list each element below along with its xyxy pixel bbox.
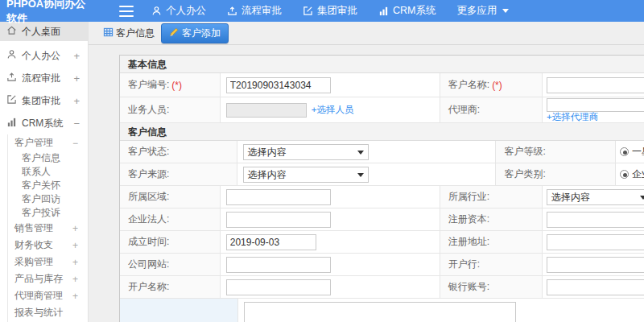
sidebar-item-agent-mgmt[interactable]: 代理商管理 +	[8, 287, 88, 304]
customer-category-label: 客户类别:	[496, 163, 616, 185]
sidebar-item-customer-visit[interactable]: 客户回访	[8, 192, 88, 206]
select-person-link[interactable]: +选择人员	[312, 104, 354, 116]
menu-toggle-icon[interactable]	[119, 6, 134, 17]
customer-status-label: 客户状态:	[120, 141, 237, 163]
remark-label	[120, 299, 238, 322]
grade-radio[interactable]	[620, 147, 629, 156]
bank-account-input[interactable]	[547, 279, 644, 295]
registered-capital-label: 注册资本:	[440, 208, 543, 230]
sidebar-item-customer-care[interactable]: 客户关怀	[8, 179, 88, 192]
collapse-icon[interactable]: −	[72, 138, 78, 149]
sidebar-item-reports[interactable]: 报表与统计	[8, 304, 88, 321]
account-name-label: 开户名称:	[120, 276, 221, 298]
main-content: 客户信息 客户添加 基本信息 客户编号:(*) 客户名称:(*) 业	[89, 22, 644, 322]
nav-personal-office[interactable]: 个人办公	[151, 4, 206, 18]
sidebar-item-customer-mgmt[interactable]: 客户管理 −	[8, 134, 88, 151]
founded-date-label: 成立时间:	[120, 231, 221, 253]
select-agent-link[interactable]: +选择代理商	[547, 112, 644, 122]
top-bar: PHPOA协同办公软件 个人办公 流程审批 集团审批 CRM系统 更多应用	[0, 0, 644, 22]
required-mark: (*)	[171, 80, 182, 91]
sidebar-item-group-approval[interactable]: 集团审批 +	[0, 89, 88, 112]
customer-add-form: 基本信息 客户编号:(*) 客户名称:(*) 业务人员: +选择人员	[119, 55, 644, 322]
form-row: 公司网站: 开户行:	[120, 254, 644, 276]
customer-no-input[interactable]	[226, 77, 331, 93]
region-input[interactable]	[226, 189, 331, 205]
customer-grade-label: 客户等级:	[496, 141, 616, 163]
tab-customer-info[interactable]: 客户信息	[103, 27, 155, 40]
expand-icon[interactable]: +	[73, 50, 80, 62]
registered-address-input[interactable]	[547, 234, 644, 250]
category-radio-label: 企业	[632, 167, 644, 181]
bank-account-label: 银行账号:	[440, 276, 543, 298]
expand-icon[interactable]: +	[72, 274, 78, 285]
nav-process-approval[interactable]: 流程审批	[227, 4, 282, 18]
tab-bar: 客户信息 客户添加	[89, 22, 644, 45]
sidebar-item-contacts[interactable]: 联系人	[8, 165, 88, 179]
registered-address-label: 注册地址:	[440, 231, 543, 253]
section-title-basic: 基本信息	[120, 56, 644, 73]
form-row: 客户编号:(*) 客户名称:(*)	[120, 73, 644, 97]
bank-branch-input[interactable]	[547, 257, 644, 273]
section-title-customer: 客户信息	[120, 123, 644, 141]
home-icon	[6, 25, 17, 38]
edit-icon	[6, 94, 17, 107]
crm-submenu: 客户管理 − 客户信息 联系人 客户关怀 客户回访 客户投诉 销售管理 + 财务…	[7, 134, 88, 322]
process-icon	[6, 72, 17, 85]
nav-more-apps[interactable]: 更多应用	[456, 4, 509, 18]
chevron-down-icon	[502, 9, 509, 13]
user-icon	[151, 6, 162, 16]
sidebar-item-products-stock[interactable]: 产品与库存 +	[8, 270, 88, 287]
expand-icon[interactable]: +	[72, 223, 78, 234]
founded-date-input[interactable]	[226, 234, 316, 250]
expand-icon[interactable]: +	[72, 291, 78, 302]
top-nav: 个人办公 流程审批 集团审批 CRM系统 更多应用	[151, 4, 509, 18]
sidebar-item-finance[interactable]: 财务收支 +	[8, 237, 88, 254]
region-label: 所属区域:	[120, 186, 221, 208]
website-input[interactable]	[226, 257, 331, 273]
customer-no-label: 客户编号:(*)	[120, 73, 221, 97]
expand-icon[interactable]: +	[72, 240, 78, 251]
collapse-icon[interactable]: −	[73, 118, 80, 130]
legal-person-input[interactable]	[226, 212, 331, 228]
process-icon	[227, 6, 237, 16]
nav-group-approval[interactable]: 集团审批	[303, 4, 357, 18]
expand-icon[interactable]: +	[73, 95, 80, 107]
legal-person-label: 企业法人:	[120, 208, 221, 230]
agent-label: 代理商:	[440, 97, 543, 122]
account-name-input[interactable]	[226, 279, 331, 295]
sidebar-item-crm-system[interactable]: CRM系统 −	[0, 112, 88, 134]
website-label: 公司网站:	[120, 254, 221, 275]
customer-source-select[interactable]: 选择内容	[243, 167, 369, 183]
nav-crm-system[interactable]: CRM系统	[378, 4, 436, 18]
customer-source-label: 客户来源:	[120, 163, 237, 185]
category-radio[interactable]	[620, 170, 629, 179]
expand-icon[interactable]: +	[72, 257, 78, 268]
customer-status-select[interactable]: 选择内容	[243, 144, 369, 160]
form-row: 企业法人: 注册资本:	[120, 208, 644, 231]
pencil-icon	[169, 27, 179, 39]
sidebar-item-sales-mgmt[interactable]: 销售管理 +	[8, 220, 88, 237]
required-mark: (*)	[492, 80, 502, 91]
sidebar-item-customer-info[interactable]: 客户信息	[8, 151, 88, 165]
bank-branch-label: 开户行:	[440, 254, 543, 275]
form-row: 成立时间: 注册地址:	[120, 231, 644, 254]
chart-icon	[6, 117, 17, 130]
chart-icon	[378, 6, 389, 16]
form-row: 开户名称: 银行账号:	[120, 276, 644, 299]
app-logo: PHPOA协同办公软件	[0, 0, 95, 26]
expand-icon[interactable]: +	[73, 72, 80, 85]
sidebar-item-customer-complaint[interactable]: 客户投诉	[8, 206, 88, 220]
tab-customer-add[interactable]: 客户添加	[161, 23, 229, 43]
sidebar-item-personal-office[interactable]: 个人办公 +	[0, 44, 88, 67]
sidebar-item-purchase-mgmt[interactable]: 采购管理 +	[8, 254, 88, 270]
grade-radio-label: 一星	[632, 145, 644, 159]
remark-textarea[interactable]	[244, 302, 516, 322]
sidebar-item-process-approval[interactable]: 流程审批 +	[0, 67, 88, 89]
agent-input[interactable]	[547, 98, 644, 112]
table-icon	[103, 27, 114, 39]
form-row: 业务人员: +选择人员 代理商: +选择代理商	[120, 97, 644, 123]
customer-name-input[interactable]	[547, 77, 644, 93]
registered-capital-input[interactable]	[547, 212, 644, 228]
sales-person-input[interactable]	[226, 103, 307, 118]
industry-select[interactable]: 选择内容	[547, 189, 644, 205]
